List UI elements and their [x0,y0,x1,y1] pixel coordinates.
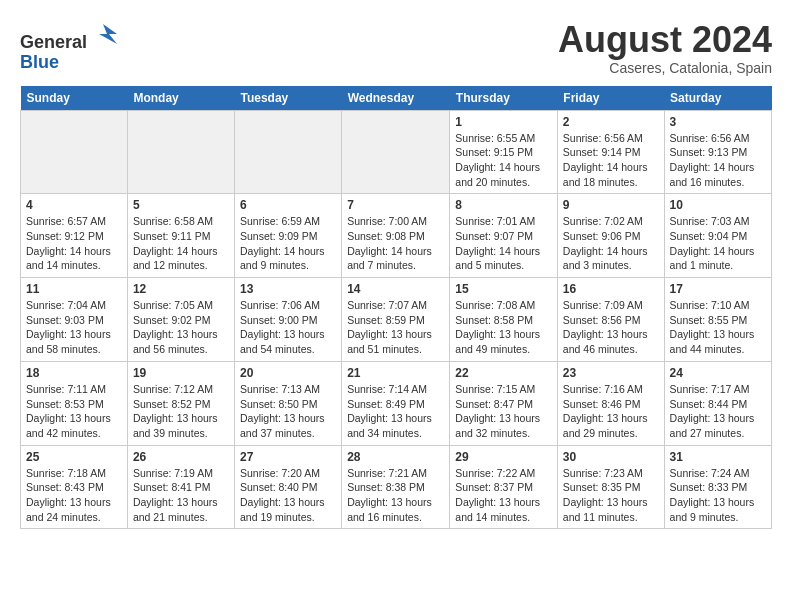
calendar-cell: 14Sunrise: 7:07 AM Sunset: 8:59 PM Dayli… [342,278,450,362]
calendar-cell: 5Sunrise: 6:58 AM Sunset: 9:11 PM Daylig… [127,194,234,278]
day-info: Sunrise: 7:04 AM Sunset: 9:03 PM Dayligh… [26,298,122,357]
day-info: Sunrise: 7:08 AM Sunset: 8:58 PM Dayligh… [455,298,552,357]
day-info: Sunrise: 6:58 AM Sunset: 9:11 PM Dayligh… [133,214,229,273]
week-row-3: 11Sunrise: 7:04 AM Sunset: 9:03 PM Dayli… [21,278,772,362]
day-info: Sunrise: 6:56 AM Sunset: 9:14 PM Dayligh… [563,131,659,190]
day-number: 6 [240,198,336,212]
weekday-header-monday: Monday [127,86,234,111]
weekday-header-friday: Friday [557,86,664,111]
day-info: Sunrise: 7:07 AM Sunset: 8:59 PM Dayligh… [347,298,444,357]
day-number: 28 [347,450,444,464]
day-number: 9 [563,198,659,212]
calendar-cell: 28Sunrise: 7:21 AM Sunset: 8:38 PM Dayli… [342,445,450,529]
calendar-cell: 18Sunrise: 7:11 AM Sunset: 8:53 PM Dayli… [21,361,128,445]
day-info: Sunrise: 7:19 AM Sunset: 8:41 PM Dayligh… [133,466,229,525]
calendar-cell: 7Sunrise: 7:00 AM Sunset: 9:08 PM Daylig… [342,194,450,278]
day-number: 1 [455,115,552,129]
calendar-cell: 1Sunrise: 6:55 AM Sunset: 9:15 PM Daylig… [450,110,558,194]
calendar-cell [21,110,128,194]
location-subtitle: Caseres, Catalonia, Spain [558,60,772,76]
day-info: Sunrise: 7:09 AM Sunset: 8:56 PM Dayligh… [563,298,659,357]
calendar-cell: 19Sunrise: 7:12 AM Sunset: 8:52 PM Dayli… [127,361,234,445]
day-number: 29 [455,450,552,464]
day-number: 14 [347,282,444,296]
day-number: 26 [133,450,229,464]
calendar-cell: 10Sunrise: 7:03 AM Sunset: 9:04 PM Dayli… [664,194,771,278]
day-info: Sunrise: 7:22 AM Sunset: 8:37 PM Dayligh… [455,466,552,525]
day-info: Sunrise: 7:16 AM Sunset: 8:46 PM Dayligh… [563,382,659,441]
calendar-cell: 31Sunrise: 7:24 AM Sunset: 8:33 PM Dayli… [664,445,771,529]
day-info: Sunrise: 7:15 AM Sunset: 8:47 PM Dayligh… [455,382,552,441]
day-info: Sunrise: 7:20 AM Sunset: 8:40 PM Dayligh… [240,466,336,525]
calendar-cell [342,110,450,194]
day-info: Sunrise: 7:17 AM Sunset: 8:44 PM Dayligh… [670,382,766,441]
day-number: 20 [240,366,336,380]
day-number: 27 [240,450,336,464]
day-number: 24 [670,366,766,380]
day-info: Sunrise: 7:12 AM Sunset: 8:52 PM Dayligh… [133,382,229,441]
calendar-cell [127,110,234,194]
calendar-cell: 30Sunrise: 7:23 AM Sunset: 8:35 PM Dayli… [557,445,664,529]
day-info: Sunrise: 6:56 AM Sunset: 9:13 PM Dayligh… [670,131,766,190]
logo-bird-icon [89,20,117,48]
calendar-cell [234,110,341,194]
weekday-header-thursday: Thursday [450,86,558,111]
weekday-header-saturday: Saturday [664,86,771,111]
page-header: General Blue August 2024 Caseres, Catalo… [20,20,772,76]
day-number: 12 [133,282,229,296]
calendar-cell: 22Sunrise: 7:15 AM Sunset: 8:47 PM Dayli… [450,361,558,445]
calendar-cell: 2Sunrise: 6:56 AM Sunset: 9:14 PM Daylig… [557,110,664,194]
day-info: Sunrise: 7:11 AM Sunset: 8:53 PM Dayligh… [26,382,122,441]
day-info: Sunrise: 7:14 AM Sunset: 8:49 PM Dayligh… [347,382,444,441]
day-info: Sunrise: 7:10 AM Sunset: 8:55 PM Dayligh… [670,298,766,357]
day-info: Sunrise: 6:59 AM Sunset: 9:09 PM Dayligh… [240,214,336,273]
calendar-cell: 3Sunrise: 6:56 AM Sunset: 9:13 PM Daylig… [664,110,771,194]
calendar-cell: 9Sunrise: 7:02 AM Sunset: 9:06 PM Daylig… [557,194,664,278]
calendar-cell: 12Sunrise: 7:05 AM Sunset: 9:02 PM Dayli… [127,278,234,362]
day-number: 13 [240,282,336,296]
day-number: 11 [26,282,122,296]
day-info: Sunrise: 7:24 AM Sunset: 8:33 PM Dayligh… [670,466,766,525]
day-number: 21 [347,366,444,380]
calendar-cell: 21Sunrise: 7:14 AM Sunset: 8:49 PM Dayli… [342,361,450,445]
day-info: Sunrise: 7:13 AM Sunset: 8:50 PM Dayligh… [240,382,336,441]
day-info: Sunrise: 7:06 AM Sunset: 9:00 PM Dayligh… [240,298,336,357]
calendar-cell: 27Sunrise: 7:20 AM Sunset: 8:40 PM Dayli… [234,445,341,529]
title-block: August 2024 Caseres, Catalonia, Spain [558,20,772,76]
week-row-2: 4Sunrise: 6:57 AM Sunset: 9:12 PM Daylig… [21,194,772,278]
month-year-title: August 2024 [558,20,772,60]
day-number: 17 [670,282,766,296]
calendar-cell: 15Sunrise: 7:08 AM Sunset: 8:58 PM Dayli… [450,278,558,362]
logo-blue: Blue [20,52,59,72]
day-number: 31 [670,450,766,464]
day-info: Sunrise: 7:23 AM Sunset: 8:35 PM Dayligh… [563,466,659,525]
day-info: Sunrise: 7:21 AM Sunset: 8:38 PM Dayligh… [347,466,444,525]
day-number: 23 [563,366,659,380]
day-info: Sunrise: 6:55 AM Sunset: 9:15 PM Dayligh… [455,131,552,190]
week-row-4: 18Sunrise: 7:11 AM Sunset: 8:53 PM Dayli… [21,361,772,445]
day-info: Sunrise: 7:00 AM Sunset: 9:08 PM Dayligh… [347,214,444,273]
calendar-cell: 8Sunrise: 7:01 AM Sunset: 9:07 PM Daylig… [450,194,558,278]
calendar-body: 1Sunrise: 6:55 AM Sunset: 9:15 PM Daylig… [21,110,772,529]
calendar-cell: 20Sunrise: 7:13 AM Sunset: 8:50 PM Dayli… [234,361,341,445]
day-number: 19 [133,366,229,380]
calendar-cell: 6Sunrise: 6:59 AM Sunset: 9:09 PM Daylig… [234,194,341,278]
day-number: 8 [455,198,552,212]
weekday-header-row: SundayMondayTuesdayWednesdayThursdayFrid… [21,86,772,111]
calendar-cell: 4Sunrise: 6:57 AM Sunset: 9:12 PM Daylig… [21,194,128,278]
week-row-1: 1Sunrise: 6:55 AM Sunset: 9:15 PM Daylig… [21,110,772,194]
calendar-cell: 13Sunrise: 7:06 AM Sunset: 9:00 PM Dayli… [234,278,341,362]
weekday-header-sunday: Sunday [21,86,128,111]
day-info: Sunrise: 6:57 AM Sunset: 9:12 PM Dayligh… [26,214,122,273]
day-number: 30 [563,450,659,464]
day-number: 7 [347,198,444,212]
day-number: 5 [133,198,229,212]
calendar-cell: 25Sunrise: 7:18 AM Sunset: 8:43 PM Dayli… [21,445,128,529]
day-number: 2 [563,115,659,129]
day-info: Sunrise: 7:18 AM Sunset: 8:43 PM Dayligh… [26,466,122,525]
weekday-header-wednesday: Wednesday [342,86,450,111]
calendar-cell: 24Sunrise: 7:17 AM Sunset: 8:44 PM Dayli… [664,361,771,445]
day-number: 4 [26,198,122,212]
logo: General Blue [20,20,117,73]
calendar-cell: 11Sunrise: 7:04 AM Sunset: 9:03 PM Dayli… [21,278,128,362]
